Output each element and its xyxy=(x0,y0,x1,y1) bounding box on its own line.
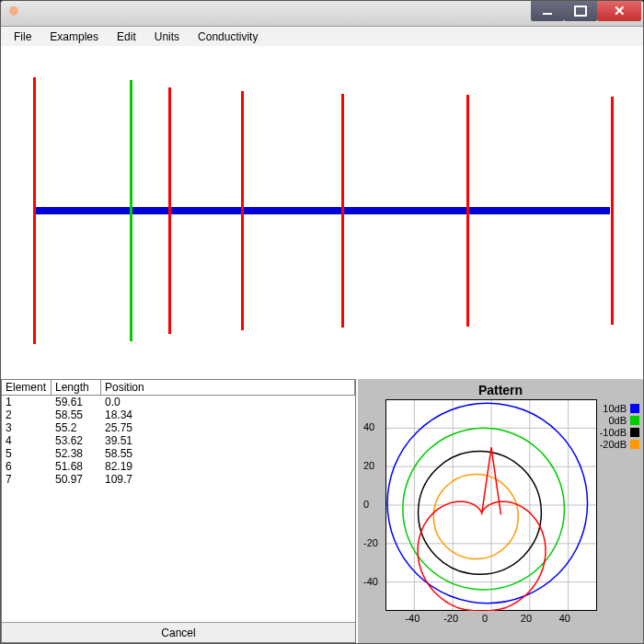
driven-element[interactable] xyxy=(130,80,132,342)
element-5[interactable] xyxy=(341,94,344,328)
table-row[interactable]: 750.97109.7 xyxy=(2,473,355,486)
boom xyxy=(34,207,610,214)
x-tick: 20 xyxy=(521,613,532,624)
table-row[interactable]: 258.5518.34 xyxy=(2,408,355,421)
pattern-title: Pattern xyxy=(358,383,643,397)
java-icon xyxy=(6,6,21,21)
table-header: Element Length Position xyxy=(2,380,355,396)
window-controls xyxy=(531,1,641,21)
minimize-button[interactable] xyxy=(531,1,564,21)
cancel-button[interactable]: Cancel xyxy=(2,622,355,642)
legend-item: -10dB xyxy=(600,427,639,438)
table-row[interactable]: 355.225.75 xyxy=(2,421,355,434)
maximize-button[interactable] xyxy=(564,1,597,21)
element-3[interactable] xyxy=(168,87,171,335)
col-element: Element xyxy=(2,380,52,395)
element-table-panel: Element Length Position 159.610.0258.551… xyxy=(1,379,356,643)
legend-item: 0dB xyxy=(600,415,639,426)
x-tick: 40 xyxy=(559,613,570,624)
y-tick: -20 xyxy=(363,537,378,548)
menu-conductivity[interactable]: Conductivity xyxy=(189,29,267,45)
titlebar[interactable] xyxy=(1,1,643,27)
svg-point-13 xyxy=(419,451,542,574)
app-window: File Examples Edit Units Conductivity El… xyxy=(0,0,644,644)
x-tick: -40 xyxy=(405,613,420,624)
col-position: Position xyxy=(101,380,355,395)
x-tick: -20 xyxy=(443,613,458,624)
element-7[interactable] xyxy=(611,97,614,325)
legend-item: 10dB xyxy=(600,403,639,414)
y-tick: 40 xyxy=(363,421,374,432)
window-body: File Examples Edit Units Conductivity El… xyxy=(1,27,643,643)
menubar: File Examples Edit Units Conductivity xyxy=(1,27,643,47)
legend-item: -20dB xyxy=(600,439,639,450)
menu-examples[interactable]: Examples xyxy=(40,29,108,45)
y-tick: 0 xyxy=(363,499,369,510)
element-6[interactable] xyxy=(466,95,469,326)
element-table: Element Length Position 159.610.0258.551… xyxy=(2,380,355,622)
element-1[interactable] xyxy=(33,77,36,344)
menu-file[interactable]: File xyxy=(5,29,40,45)
table-row[interactable]: 159.610.0 xyxy=(2,396,355,408)
table-row[interactable]: 651.6882.19 xyxy=(2,460,355,473)
lower-panels: Element Length Position 159.610.0258.551… xyxy=(1,378,643,643)
close-button[interactable] xyxy=(597,1,641,21)
pattern-chart xyxy=(385,399,597,611)
y-tick: 20 xyxy=(363,460,374,471)
x-tick: 0 xyxy=(482,613,488,624)
menu-edit[interactable]: Edit xyxy=(108,29,145,45)
col-length: Length xyxy=(52,380,101,395)
menu-units[interactable]: Units xyxy=(145,29,189,45)
y-tick: -40 xyxy=(363,576,378,587)
table-row[interactable]: 453.6239.51 xyxy=(2,434,355,447)
antenna-diagram xyxy=(1,47,643,378)
pattern-panel: Pattern 10dB0dB-10dB-20dB -40-2002040-40… xyxy=(358,379,643,643)
svg-point-14 xyxy=(433,475,518,559)
table-row[interactable]: 552.3858.55 xyxy=(2,447,355,460)
pattern-legend: 10dB0dB-10dB-20dB xyxy=(600,403,639,451)
element-4[interactable] xyxy=(241,91,244,331)
